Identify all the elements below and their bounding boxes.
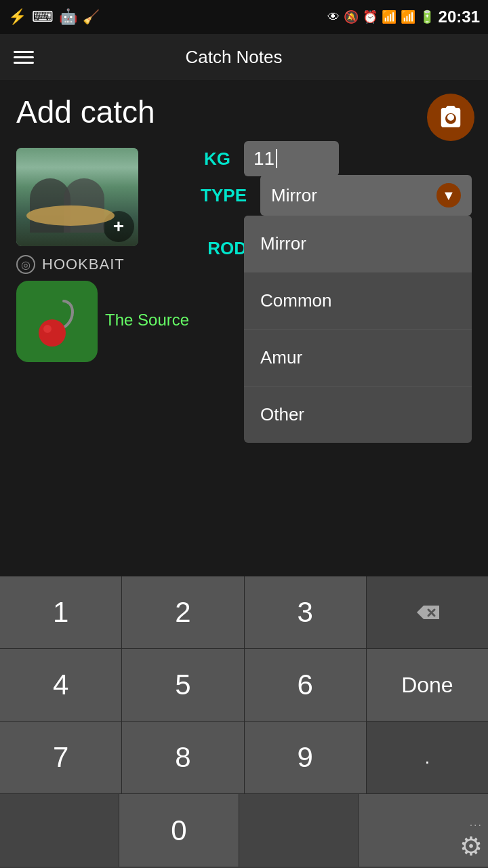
keyboard-row-1: 1 2 3 [0, 576, 488, 649]
hookbait-image[interactable] [16, 281, 98, 362]
page-title: Add catch [16, 94, 472, 130]
hookbait-circle-icon: ◎ [16, 255, 35, 274]
kg-label: KG [142, 149, 244, 170]
key-backspace[interactable] [367, 576, 488, 648]
key-decimal[interactable]: . [367, 722, 488, 793]
android-icon: 🤖 [59, 8, 77, 26]
key-6[interactable]: 6 [245, 649, 367, 721]
key-5[interactable]: 5 [122, 649, 244, 721]
dropdown-item-amur[interactable]: Amur [244, 330, 472, 387]
settings-gear-icon: ⚙ [460, 831, 483, 861]
key-4[interactable]: 4 [0, 649, 122, 721]
hookbait-name: The Source [105, 311, 189, 330]
keyboard: 1 2 3 4 5 6 Done 7 8 9 . 0 ··· ⚙ [0, 576, 488, 868]
menu-button[interactable] [14, 51, 34, 64]
battery-icon: 🔋 [420, 9, 434, 24]
dropdown-item-mirror[interactable]: Mirror [244, 216, 472, 273]
key-empty-right [239, 794, 359, 867]
key-7[interactable]: 7 [0, 722, 122, 793]
hookbait-label: HOOKBAIT [42, 256, 125, 273]
kg-row: KG 11 [0, 141, 472, 176]
keyboard-row-4: 0 ··· ⚙ [0, 794, 488, 867]
bluetooth-off-icon: 🔕 [344, 9, 359, 24]
kg-value: 11 [253, 148, 274, 170]
status-time: 20:31 [439, 7, 480, 26]
dropdown-arrow-icon: ▼ [436, 183, 461, 208]
key-3[interactable]: 3 [245, 576, 367, 648]
camera-icon [438, 104, 464, 130]
type-dropdown[interactable]: Mirror ▼ [260, 175, 472, 216]
svg-point-1 [43, 325, 52, 333]
settings-dots: ··· [470, 819, 483, 831]
key-9[interactable]: 9 [245, 722, 367, 793]
key-done[interactable]: Done [367, 649, 488, 721]
hookbait-icon-svg [26, 291, 87, 352]
svg-point-0 [39, 319, 66, 347]
dropdown-item-other[interactable]: Other [244, 387, 472, 443]
top-bar: Catch Notes [0, 34, 488, 80]
camera-button[interactable] [427, 94, 474, 141]
kg-input-display[interactable]: 11 [244, 141, 339, 176]
app-title: Catch Notes [34, 47, 434, 68]
key-1[interactable]: 1 [0, 576, 122, 648]
keyboard-row-3: 7 8 9 . [0, 722, 488, 794]
dropdown-item-common[interactable]: Common [244, 273, 472, 330]
keyboard-row-2: 4 5 6 Done [0, 649, 488, 722]
keyboard-icon: ⌨ [32, 8, 54, 26]
key-8[interactable]: 8 [122, 722, 244, 793]
status-left-icons: ⚡ ⌨ 🤖 🧹 [8, 8, 100, 26]
hookbait-row: ◎ HOOKBAIT [16, 255, 125, 274]
status-right-icons: 👁 🔕 ⏰ 📶 📶 🔋 20:31 [327, 7, 480, 26]
key-empty-left [0, 794, 119, 867]
type-label: TYPE [159, 185, 260, 206]
key-2[interactable]: 2 [122, 576, 244, 648]
status-bar: ⚡ ⌨ 🤖 🧹 👁 🔕 ⏰ 📶 📶 🔋 20:31 [0, 0, 488, 34]
signal-icon: 📶 [401, 9, 415, 24]
backspace-icon [413, 602, 441, 623]
wifi-icon: 📶 [382, 9, 396, 24]
visibility-icon: 👁 [327, 10, 340, 24]
alarm-icon: ⏰ [363, 9, 378, 24]
type-row: TYPE Mirror ▼ [16, 175, 472, 216]
broom-icon: 🧹 [83, 9, 100, 25]
text-cursor [276, 149, 277, 168]
key-0[interactable]: 0 [119, 794, 239, 867]
type-dropdown-list: Mirror Common Amur Other [244, 216, 472, 443]
key-settings[interactable]: ··· ⚙ [359, 794, 488, 867]
main-content: Add catch + KG 11 [0, 80, 488, 636]
type-selected-value: Mirror [271, 185, 317, 206]
usb-icon: ⚡ [8, 8, 26, 26]
